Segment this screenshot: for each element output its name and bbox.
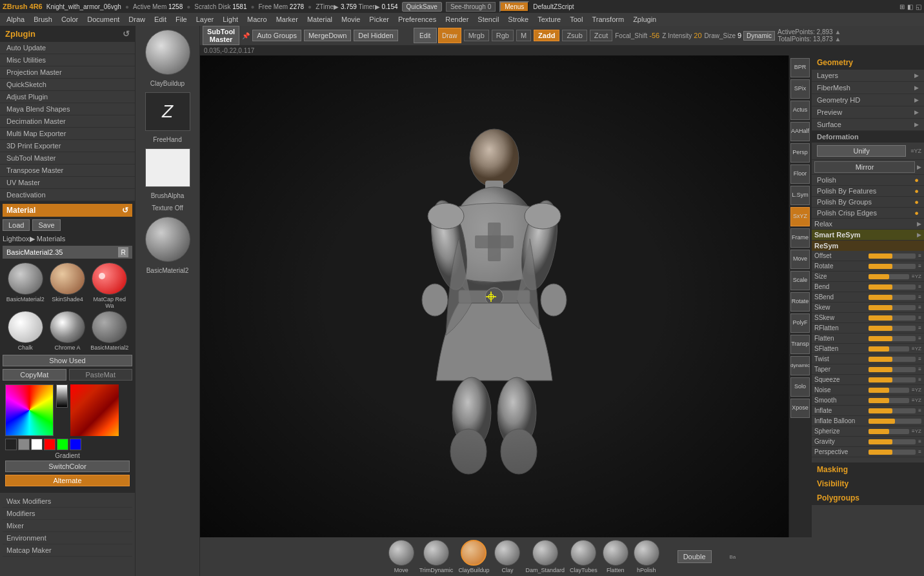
swatch-chrome[interactable]: Chrome A — [47, 311, 87, 351]
menu-alpha[interactable]: Alpha — [3, 15, 28, 24]
floor-button[interactable]: Floor — [790, 164, 810, 184]
persp-button[interactable]: Persp — [790, 143, 810, 163]
del-hidden-button[interactable]: Del Hidden — [354, 30, 397, 41]
unify-button[interactable]: Unify — [817, 145, 906, 157]
material-refresh-icon[interactable]: ↺ — [122, 206, 128, 215]
bend-slider[interactable] — [869, 284, 916, 290]
wax-modifiers-item[interactable]: Wax Modifiers — [3, 495, 132, 508]
geometry-hd-item[interactable]: Geometry HD▶ — [812, 94, 924, 106]
mrgb-button[interactable]: Mrgb — [464, 30, 489, 41]
move-tool-item[interactable]: Move — [388, 540, 414, 573]
see-through-control[interactable]: See-through 0 — [446, 2, 496, 12]
rgb-button[interactable]: Rgb — [492, 30, 514, 41]
swatch-skin[interactable]: SkinShade4 — [47, 263, 87, 309]
alternate-button[interactable]: Alternate — [5, 475, 130, 486]
menus-button[interactable]: Menus — [499, 1, 529, 12]
rotate-button-right[interactable]: Rotate — [790, 292, 810, 312]
plugin-adjust[interactable]: Adjust Plugin — [0, 91, 135, 103]
plugin-multimap[interactable]: Multi Map Exporter — [0, 128, 135, 140]
scale-button[interactable]: Scale — [790, 271, 810, 290]
swatch-chalk[interactable]: Chalk — [5, 311, 45, 351]
polish-by-features-item[interactable]: Polish By Features ● — [812, 186, 924, 197]
squeeze-slider[interactable] — [869, 377, 916, 382]
claybuildup-sphere[interactable] — [145, 30, 190, 75]
plugin-misc-utilities[interactable]: Misc Utilities — [0, 54, 135, 66]
plugin-transpose[interactable]: Transpose Master — [0, 164, 135, 177]
menu-light[interactable]: Light — [219, 15, 242, 24]
inflate-slider[interactable] — [869, 408, 916, 413]
menu-tool[interactable]: Tool — [566, 15, 587, 24]
hpolish-tool-item[interactable]: hPolish — [634, 540, 659, 573]
clay-tool-item[interactable]: Clay — [494, 540, 520, 573]
polish-crisp-edges-item[interactable]: Polish Crisp Edges ● — [812, 208, 924, 219]
solo-button[interactable]: Solo — [790, 377, 810, 397]
polyf-button[interactable]: PolyF — [790, 313, 810, 333]
swatch-basic2[interactable]: BasicMaterial2 — [90, 311, 130, 351]
gradient-display[interactable] — [70, 384, 119, 436]
plugin-quicksketch[interactable]: QuickSketch — [0, 79, 135, 91]
menu-file[interactable]: File — [172, 15, 191, 24]
zplugin-refresh-icon[interactable]: ↺ — [123, 29, 130, 39]
offset-slider[interactable] — [869, 253, 916, 259]
layers-item[interactable]: Layers▶ — [812, 70, 924, 82]
trimdynamic-tool-item[interactable]: TrimDynamic — [419, 540, 454, 573]
mirror-button[interactable]: Mirror — [814, 161, 915, 173]
frame-button[interactable]: Frame — [790, 228, 810, 248]
menu-document[interactable]: Document — [83, 15, 123, 24]
switch-color-button[interactable]: SwitchColor — [5, 461, 130, 472]
claybuildup-tool-item[interactable]: ClayBuildup — [458, 540, 489, 573]
taper-slider[interactable] — [869, 367, 916, 372]
dynamic-button-right[interactable]: dynamic — [790, 356, 810, 375]
plugin-decimation[interactable]: Decimation Master — [0, 115, 135, 128]
rflatten-slider[interactable] — [869, 326, 916, 331]
r-button[interactable]: R — [118, 247, 128, 257]
menu-stencil[interactable]: Stencil — [474, 15, 503, 24]
perspective-slider[interactable] — [869, 450, 916, 455]
swatch-mid[interactable] — [18, 439, 30, 450]
twist-slider[interactable] — [869, 357, 916, 362]
brush-alpha-box[interactable] — [145, 148, 190, 187]
environment-item[interactable]: Environment — [3, 532, 132, 544]
zadd-button[interactable]: Zadd — [534, 30, 559, 41]
quicksave-button[interactable]: QuickSave — [402, 2, 442, 12]
surface-item[interactable]: Surface▶ — [812, 119, 924, 131]
plugin-subtool[interactable]: SubTool Master — [0, 152, 135, 164]
menu-render[interactable]: Render — [441, 15, 472, 24]
menu-picker[interactable]: Picker — [365, 15, 393, 24]
plugin-auto-update[interactable]: Auto Update — [0, 42, 135, 54]
menu-preferences[interactable]: Preferences — [394, 15, 440, 24]
gravity-slider[interactable] — [869, 439, 916, 444]
menu-movie[interactable]: Movie — [337, 15, 364, 24]
swatch-red[interactable] — [44, 439, 55, 450]
move-button-right[interactable]: Move — [790, 250, 810, 269]
plugin-projection-master[interactable]: Projection Master — [0, 66, 135, 79]
skew-slider[interactable] — [869, 305, 916, 310]
draw-tool-button[interactable]: Draw — [438, 28, 461, 43]
plugin-3dprint[interactable]: 3D Print Exporter — [0, 140, 135, 152]
freehand-brush[interactable]: Z — [145, 92, 190, 131]
canvas-container[interactable] — [200, 55, 788, 537]
menu-edit[interactable]: Edit — [150, 15, 170, 24]
matcap-maker-item[interactable]: Matcap Maker — [3, 544, 132, 557]
plugin-maya-blend[interactable]: Maya Blend Shapes — [0, 103, 135, 115]
menu-macro[interactable]: Macro — [243, 15, 271, 24]
color-wheel[interactable] — [5, 384, 54, 436]
menu-color[interactable]: Color — [57, 15, 82, 24]
menu-draw[interactable]: Draw — [125, 15, 149, 24]
polish-by-groups-item[interactable]: Polish By Groups ● — [812, 197, 924, 208]
sxyz-button[interactable]: SxYZ — [790, 207, 810, 226]
show-used-button[interactable]: Show Used — [3, 355, 132, 366]
flatten-tool-item[interactable]: Flatten — [603, 540, 628, 573]
rotate-slider[interactable] — [869, 264, 916, 269]
plugin-uv[interactable]: UV Master — [0, 177, 135, 189]
swatch-light[interactable] — [31, 439, 43, 450]
inflate-balloon-slider[interactable] — [869, 419, 921, 424]
plugin-deactivation[interactable]: Deactivation — [0, 189, 135, 201]
mixer-item[interactable]: Mixer — [3, 520, 132, 532]
menu-layer[interactable]: Layer — [192, 15, 218, 24]
texture-sphere[interactable] — [145, 217, 190, 262]
aahalf-button[interactable]: AAHalf — [790, 122, 810, 141]
double-button[interactable]: Double — [678, 550, 712, 563]
spix-button[interactable]: SPix — [790, 79, 810, 99]
spherize-slider[interactable] — [869, 429, 909, 434]
